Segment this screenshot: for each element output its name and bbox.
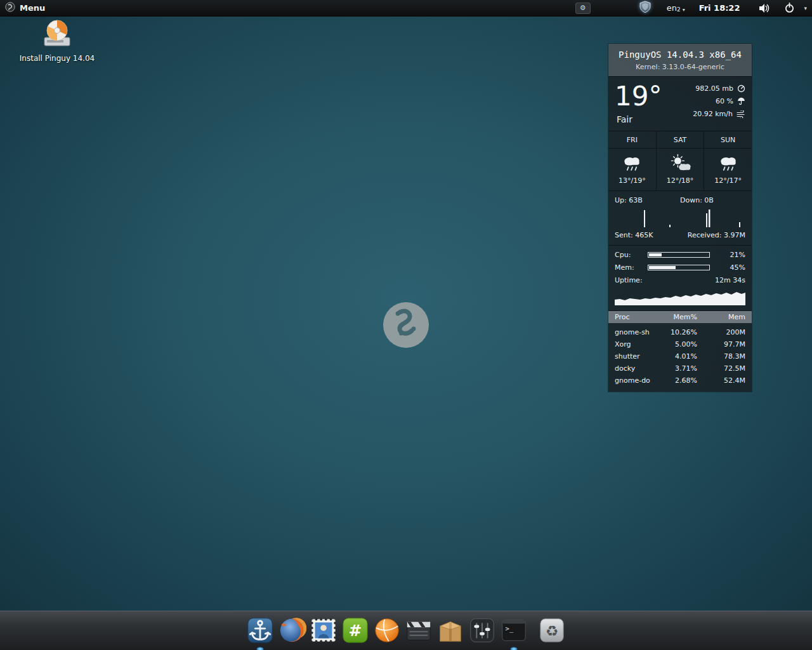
weather-temperature: 19° bbox=[615, 83, 662, 110]
hash-icon: # bbox=[341, 616, 370, 645]
stamp-icon bbox=[309, 616, 338, 645]
dock-item-firefox[interactable] bbox=[276, 616, 308, 649]
tray-gear-applet[interactable]: ⚙ bbox=[575, 3, 591, 14]
panel-caret-down-icon[interactable]: ▾ bbox=[804, 5, 807, 11]
dock-item-orange-app[interactable] bbox=[371, 616, 403, 649]
conky-system-monitor: PinguyOS 14.04.3 x86_64 Kernel: 3.13.0-6… bbox=[608, 43, 752, 392]
uptime-value: 12m 34s bbox=[715, 276, 745, 284]
volume-button[interactable] bbox=[759, 3, 770, 13]
svg-text:>_: >_ bbox=[506, 625, 514, 633]
weather-condition: Fair bbox=[617, 114, 662, 124]
forecast-temps: 12°/18° bbox=[657, 176, 704, 185]
pinguy-watermark-logo bbox=[382, 301, 430, 352]
cpu-history-graph bbox=[615, 289, 745, 305]
download-graph bbox=[682, 208, 745, 227]
installer-disc-icon bbox=[40, 18, 74, 51]
power-button[interactable] bbox=[784, 3, 795, 13]
svg-text:#: # bbox=[349, 621, 362, 640]
keyboard-variant: 2 bbox=[677, 6, 681, 13]
dock-item-equalizer[interactable] bbox=[466, 616, 498, 649]
dock-item-mail[interactable] bbox=[308, 616, 339, 649]
cpu-label: Cpu: bbox=[615, 251, 648, 259]
partly-sunny-icon bbox=[669, 154, 691, 173]
process-row: Xorg 5.00% 97.7M bbox=[615, 338, 745, 350]
volume-icon bbox=[759, 3, 770, 13]
uptime-label: Uptime: bbox=[615, 276, 648, 284]
process-table-header: Proc Mem% Mem bbox=[608, 311, 752, 323]
keyboard-layout-indicator[interactable]: en2 ▾ bbox=[667, 3, 685, 13]
svg-text:♻: ♻ bbox=[546, 623, 559, 639]
process-table: Proc Mem% Mem gnome-sh 10.26% 200M Xorg … bbox=[608, 310, 752, 392]
orange-ball-icon bbox=[372, 616, 402, 645]
wind-icon bbox=[737, 110, 745, 118]
clock[interactable]: Fri 18:22 bbox=[699, 3, 740, 13]
dock-item-trash[interactable]: ♻ bbox=[536, 616, 568, 649]
dock-item-docky[interactable] bbox=[244, 616, 276, 649]
package-icon bbox=[436, 616, 465, 645]
menu-label: Menu bbox=[20, 3, 45, 13]
dock-item-terminal[interactable]: >_ bbox=[498, 616, 530, 649]
menu-button[interactable]: Menu bbox=[5, 2, 45, 15]
dock: # bbox=[0, 611, 812, 650]
os-title: PinguyOS 14.04.3 x86_64 bbox=[611, 50, 749, 60]
forecast-day-label: SAT bbox=[657, 136, 704, 149]
net-up-label: Up: 63B bbox=[615, 196, 680, 204]
weather-forecast: FRI 13°/19° SAT bbox=[608, 131, 752, 190]
upload-graph bbox=[615, 208, 678, 227]
net-down-label: Down: 0B bbox=[680, 196, 745, 204]
pressure-value: 982.05 mb bbox=[695, 84, 733, 93]
forecast-day-label: SUN bbox=[704, 136, 752, 149]
power-icon bbox=[784, 3, 795, 13]
process-row: gnome-sh 10.26% 200M bbox=[615, 326, 745, 338]
conky-header: PinguyOS 14.04.3 x86_64 Kernel: 3.13.0-6… bbox=[608, 44, 752, 76]
pinguy-logo-icon bbox=[5, 2, 15, 15]
system-section: Cpu: 21% Mem: 45% Uptime: 12m 34s bbox=[608, 245, 752, 310]
equalizer-icon bbox=[468, 616, 497, 645]
kernel-version: Kernel: 3.13.0-64-generic bbox=[611, 63, 749, 71]
net-sent-label: Sent: 465K bbox=[615, 231, 653, 239]
proc-col-header: Proc bbox=[615, 313, 657, 321]
mempct-col-header: Mem% bbox=[657, 313, 697, 321]
forecast-day-sat: SAT 12°/18° bbox=[656, 131, 704, 190]
rain-icon bbox=[717, 154, 740, 173]
firefox-icon bbox=[277, 616, 306, 645]
process-row: docky 3.71% 72.5M bbox=[615, 362, 745, 375]
mem-bar bbox=[648, 265, 710, 270]
shield-applet[interactable] bbox=[639, 1, 652, 16]
mem-col-header: Mem bbox=[697, 313, 745, 321]
shield-icon bbox=[639, 1, 652, 13]
dock-item-file-archiver[interactable] bbox=[435, 616, 466, 649]
forecast-day-sun: SUN 12°/17° bbox=[704, 131, 752, 190]
network-section: Up: 63B Down: 0B Sent: 465K Received: 3.… bbox=[608, 190, 752, 245]
keyboard-layout: en bbox=[667, 3, 677, 13]
humidity-value: 60 % bbox=[716, 97, 733, 105]
forecast-temps: 12°/17° bbox=[704, 176, 752, 185]
desktop-icon-label: Install Pinguy 14.04 bbox=[20, 54, 95, 63]
gear-icon: ⚙ bbox=[580, 4, 586, 12]
weather-current: 19° Fair 982.05 mb 60 % 20.92 km/h bbox=[608, 76, 752, 131]
cpu-value: 21% bbox=[716, 251, 745, 259]
wind-value: 20.92 km/h bbox=[693, 110, 733, 118]
rain-icon bbox=[620, 154, 643, 173]
terminal-icon: >_ bbox=[499, 616, 528, 645]
net-received-label: Received: 3.97M bbox=[688, 231, 745, 239]
desktop-icon-install-pinguy[interactable]: Install Pinguy 14.04 bbox=[19, 18, 95, 63]
pressure-icon bbox=[737, 84, 745, 93]
mem-value: 45% bbox=[716, 263, 745, 272]
humidity-icon bbox=[737, 97, 745, 105]
anchor-icon bbox=[246, 616, 275, 645]
chevron-down-icon: ▾ bbox=[683, 7, 685, 13]
forecast-temps: 13°/19° bbox=[608, 176, 656, 185]
cpu-bar bbox=[648, 252, 710, 258]
process-row: shutter 4.01% 78.3M bbox=[615, 350, 745, 362]
dock-item-video-editor[interactable] bbox=[403, 616, 435, 649]
mem-label: Mem: bbox=[615, 263, 648, 272]
dock-item-chat[interactable]: # bbox=[339, 616, 371, 649]
process-row: gnome-do 2.68% 52.4M bbox=[615, 375, 745, 387]
top-panel: Menu ⚙ en2 ▾ Fri 18:22 bbox=[0, 0, 812, 17]
trash-icon: ♻ bbox=[537, 616, 566, 645]
forecast-day-fri: FRI 13°/19° bbox=[608, 131, 656, 190]
forecast-day-label: FRI bbox=[608, 136, 656, 149]
clapperboard-icon bbox=[404, 616, 433, 645]
